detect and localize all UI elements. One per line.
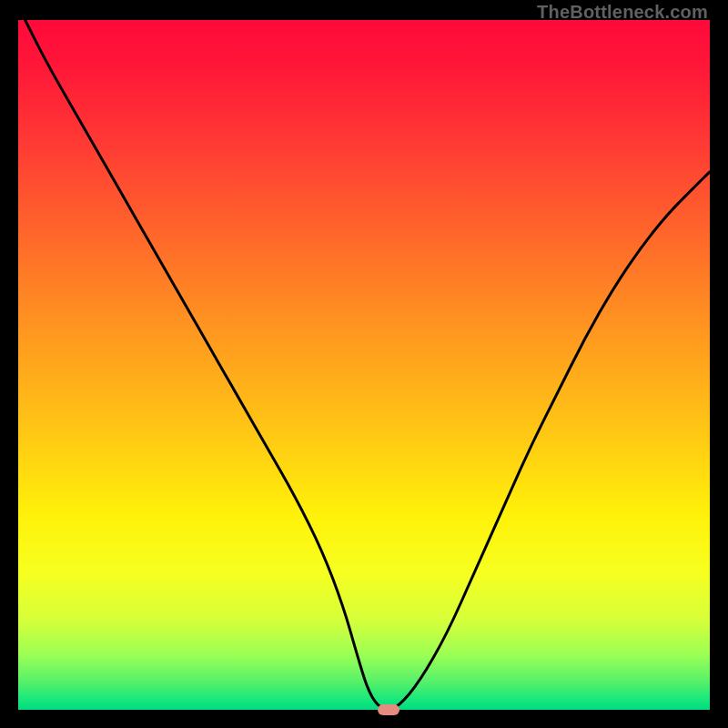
optimum-marker: [378, 704, 399, 715]
watermark-text: TheBottleneck.com: [537, 2, 708, 23]
bottleneck-curve: [18, 20, 710, 710]
plot-area: [18, 20, 710, 710]
chart-frame: TheBottleneck.com: [0, 0, 728, 728]
